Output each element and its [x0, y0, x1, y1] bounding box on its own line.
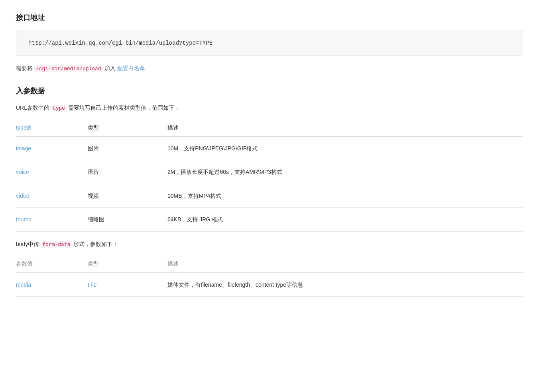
type-type-cell: 视频: [88, 184, 167, 207]
type-key-cell: thumb: [16, 208, 88, 231]
table-row: video视频10MB，支持MP4格式: [16, 184, 523, 207]
type-key-cell: video: [16, 184, 88, 207]
type-desc-cell: 64KB，支持 JPG 格式: [167, 208, 523, 231]
table2-header-key: 参数值: [16, 255, 88, 272]
table-row: voice语音2M，播放长度不超过60s，支持AMR\MP3格式: [16, 160, 523, 184]
type-key-cell: voice: [16, 160, 88, 184]
input-params-section: 入参数据 URL参数中的 type 需要填写自己上传的素材类型值，范围如下： t…: [16, 85, 523, 297]
body-suffix: 形式，参数如下：: [73, 241, 118, 247]
interface-section: 接口地址 http://api.weixin.qq.com/cgi-bin/me…: [16, 12, 523, 73]
table-row: thumb缩略图64KB，支持 JPG 格式: [16, 208, 523, 231]
type-key-cell: image: [16, 136, 88, 160]
url-params-prefix: URL参数中的: [16, 104, 49, 111]
whitelist-code: /cgi-bin/media/upload: [34, 65, 103, 72]
whitelist-prefix: 需要将: [16, 65, 33, 71]
table-row: image图片10M，支持PNG\JPEG\JPG\GIF格式: [16, 136, 523, 160]
url-params-suffix: 需要填写自己上传的素材类型值，范围如下：: [68, 104, 180, 111]
whitelist-middle: 加入: [104, 65, 116, 71]
api-url-box: http://api.weixin.qq.com/cgi-bin/media/u…: [16, 30, 523, 56]
table2-header-desc: 描述: [167, 255, 523, 272]
param-type-cell: File: [88, 273, 167, 297]
whitelist-link[interactable]: 配置白名单: [117, 65, 145, 71]
table1-header-key: type值: [16, 119, 88, 136]
interface-title: 接口地址: [16, 12, 523, 24]
table-row: mediaFile媒体文件，有filename、filelength、conte…: [16, 273, 523, 297]
param-key-cell: media: [16, 273, 88, 297]
table1-header-type: 类型: [88, 119, 167, 136]
whitelist-note: 需要将 /cgi-bin/media/upload 加入 配置白名单: [16, 64, 523, 73]
body-code: form-data: [41, 241, 72, 248]
table2-header-row: 参数值 类型 描述: [16, 255, 523, 272]
type-type-cell: 图片: [88, 136, 167, 160]
type-type-cell: 语音: [88, 160, 167, 184]
table1-header-desc: 描述: [167, 119, 523, 136]
input-params-title: 入参数据: [16, 85, 523, 97]
url-params-code: type: [51, 105, 67, 112]
api-url-text: http://api.weixin.qq.com/cgi-bin/media/u…: [28, 40, 212, 46]
type-desc-cell: 10MB，支持MP4格式: [167, 184, 523, 207]
type-type-cell: 缩略图: [88, 208, 167, 231]
body-note: body中传 form-data 形式，参数如下：: [16, 240, 523, 249]
table1-header-row: type值 类型 描述: [16, 119, 523, 136]
param-type-link[interactable]: File: [88, 282, 97, 288]
body-params-table: 参数值 类型 描述 mediaFile媒体文件，有filename、filele…: [16, 255, 523, 297]
url-params-desc: URL参数中的 type 需要填写自己上传的素材类型值，范围如下：: [16, 103, 523, 113]
type-desc-cell: 10M，支持PNG\JPEG\JPG\GIF格式: [167, 136, 523, 160]
table2-header-type: 类型: [88, 255, 167, 272]
type-values-table: type值 类型 描述 image图片10M，支持PNG\JPEG\JPG\GI…: [16, 119, 523, 232]
type-desc-cell: 2M，播放长度不超过60s，支持AMR\MP3格式: [167, 160, 523, 184]
param-desc-cell: 媒体文件，有filename、filelength、content-type等信…: [167, 273, 523, 297]
body-prefix: body中传: [16, 241, 39, 247]
